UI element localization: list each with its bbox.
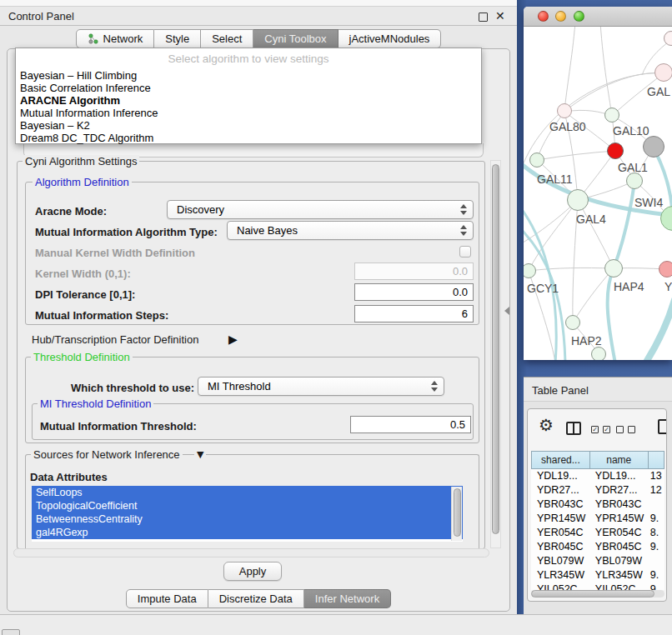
column-header-name[interactable]: name bbox=[589, 451, 648, 469]
table-row[interactable]: YER054CYER054C8. bbox=[531, 526, 664, 540]
dpi-tolerance-label: DPI Tolerance [0,1]: bbox=[35, 288, 135, 301]
scrollbar-thumb[interactable] bbox=[454, 488, 461, 537]
network-node-gal4[interactable] bbox=[567, 189, 589, 211]
table-row[interactable]: YPR145WYPR145W9. bbox=[531, 512, 664, 526]
network-node-gal1[interactable] bbox=[626, 172, 643, 189]
tab-network[interactable]: Network bbox=[76, 29, 155, 48]
network-edges bbox=[524, 27, 672, 360]
group-title: Algorithm Definition bbox=[33, 176, 132, 188]
table-row[interactable]: YDR27...YDR27...12 bbox=[531, 483, 664, 498]
manual-kernel-checkbox[interactable] bbox=[459, 246, 471, 258]
cell: YBR045C bbox=[531, 540, 589, 554]
checked-checkbox-icon[interactable]: ✓ bbox=[603, 426, 610, 433]
mi-threshold-field[interactable]: 0.5 bbox=[350, 416, 471, 433]
cell: YBR043C bbox=[531, 498, 589, 512]
settings-vertical-scrollbar[interactable] bbox=[490, 160, 501, 548]
apply-button[interactable]: Apply bbox=[223, 562, 282, 581]
unchecked-checkbox-icon[interactable] bbox=[628, 426, 635, 433]
tab-infer-network[interactable]: Infer Network bbox=[304, 589, 391, 608]
float-window-icon[interactable] bbox=[479, 12, 488, 22]
tab-label: Cyni Toolbox bbox=[264, 32, 326, 45]
network-node-hap2[interactable] bbox=[565, 315, 580, 330]
table-rows: YDL19...YDL19...13 YDR27...YDR27...12 YB… bbox=[531, 469, 664, 590]
dpi-tolerance-field[interactable]: 0.0 bbox=[354, 283, 474, 301]
selected-value: Discovery bbox=[177, 203, 224, 216]
window-chrome-strip bbox=[0, 0, 517, 7]
column-header-shared-name[interactable]: shared... bbox=[531, 451, 589, 469]
gear-icon[interactable]: ⚙ bbox=[539, 415, 554, 435]
network-node-gal10[interactable] bbox=[604, 108, 619, 122]
cell: 12 bbox=[648, 483, 664, 498]
network-node-bottom[interactable] bbox=[591, 347, 606, 360]
list-vertical-scrollbar[interactable] bbox=[451, 487, 462, 541]
list-item-selected[interactable]: TopologicalCoefficient bbox=[32, 499, 463, 512]
table-row[interactable]: YIL052CYIL052C9. bbox=[531, 582, 664, 590]
table-row[interactable]: YBL079WYBL079W bbox=[531, 554, 664, 568]
list-item-selected[interactable]: BetweennessCentrality bbox=[32, 512, 463, 526]
table-row[interactable]: YBR043CYBR043C bbox=[531, 498, 664, 512]
network-node-red[interactable] bbox=[607, 142, 624, 159]
tab-style[interactable]: Style bbox=[154, 29, 201, 48]
node-label: GAL4 bbox=[576, 212, 606, 226]
corner-panel-button[interactable] bbox=[2, 629, 20, 635]
tab-label: Infer Network bbox=[315, 592, 379, 605]
network-node-pink[interactable] bbox=[659, 261, 672, 278]
scrollbar-thumb[interactable] bbox=[531, 590, 654, 598]
unchecked-checkbox-icon[interactable] bbox=[616, 426, 624, 433]
column-header-cut[interactable] bbox=[648, 451, 664, 469]
close-traffic-light[interactable] bbox=[538, 11, 549, 22]
dropdown-item[interactable]: Basic Correlation Inference bbox=[16, 82, 481, 94]
collapse-down-icon[interactable]: ▼ bbox=[194, 449, 206, 460]
document-icon[interactable] bbox=[658, 419, 667, 434]
data-attributes-list: SelfLoops TopologicalCoefficient Between… bbox=[32, 486, 463, 542]
checked-checkbox-icon[interactable]: ✓ bbox=[591, 426, 599, 433]
tab-jactivemnodules[interactable]: jActiveMNodules bbox=[339, 29, 442, 48]
tab-discretize-data[interactable]: Discretize Data bbox=[208, 589, 304, 608]
table-row[interactable]: YDL19...YDL19...13 bbox=[531, 469, 664, 483]
algorithm-dropdown-popup: Select algorithm to view settings Bayesi… bbox=[15, 48, 482, 144]
tab-impute-data[interactable]: Impute Data bbox=[126, 589, 208, 608]
network-node-gray[interactable] bbox=[643, 136, 664, 158]
dropdown-item[interactable]: Mutual Information Inference bbox=[16, 107, 481, 119]
mi-steps-field[interactable]: 6 bbox=[354, 305, 474, 322]
network-node-gal[interactable] bbox=[654, 63, 672, 82]
scrollbar-thumb[interactable] bbox=[492, 164, 499, 534]
table-row[interactable]: YBR045CYBR045C9. bbox=[531, 540, 664, 554]
app-root: GAL GAL80 GAL10 GAL1 GAL11 SWI4 GAL4 GCY… bbox=[0, 0, 672, 635]
cell: 13 bbox=[648, 469, 664, 483]
group-title: Cyni Algorithm Settings bbox=[23, 155, 139, 168]
tab-cyni-toolbox[interactable]: Cyni Toolbox bbox=[253, 29, 338, 48]
cell: YIL052C bbox=[589, 582, 648, 590]
node-label: GAL1 bbox=[618, 161, 648, 174]
dropdown-item-selected[interactable]: ARACNE Algorithm bbox=[16, 94, 481, 107]
columns-icon[interactable] bbox=[566, 422, 581, 435]
cell: 9. bbox=[648, 582, 664, 590]
settings-horizontal-scrollbar[interactable] bbox=[13, 548, 489, 558]
hub-definition-label: Hub/Transcription Factor Definition bbox=[32, 333, 198, 346]
which-threshold-select[interactable]: MI Threshold bbox=[198, 377, 444, 396]
table-horizontal-scrollbar[interactable] bbox=[531, 590, 664, 598]
network-node-gal80[interactable] bbox=[557, 103, 572, 118]
network-node-hap4[interactable] bbox=[604, 259, 623, 278]
minimize-traffic-light[interactable] bbox=[555, 11, 566, 22]
cell: YLR345W bbox=[589, 568, 648, 582]
cell: YIL052C bbox=[531, 582, 589, 590]
dropdown-item[interactable]: Dream8 DC_TDC Algorithm bbox=[16, 132, 481, 144]
data-attributes-label: Data Attributes bbox=[30, 471, 108, 483]
dropdown-item[interactable]: Bayesian – Hill Climbing bbox=[16, 69, 481, 82]
splitter-collapse-arrow[interactable] bbox=[504, 307, 509, 315]
table-row[interactable]: YLR345WYLR345W9. bbox=[531, 568, 664, 582]
kernel-width-field[interactable]: 0.0 bbox=[354, 262, 474, 280]
network-node-gal11[interactable] bbox=[529, 152, 544, 168]
expand-right-icon[interactable]: ▶ bbox=[228, 332, 238, 346]
list-item-selected[interactable]: SelfLoops bbox=[32, 486, 463, 499]
dropdown-item[interactable]: Bayesian – K2 bbox=[16, 119, 481, 132]
network-window-titlebar bbox=[524, 7, 672, 27]
tab-select[interactable]: Select bbox=[201, 29, 253, 48]
node-label: GAL80 bbox=[549, 120, 586, 133]
close-icon[interactable]: ✕ bbox=[495, 9, 505, 22]
zoom-traffic-light[interactable] bbox=[574, 11, 584, 22]
aracne-mode-select[interactable]: Discovery bbox=[167, 200, 474, 219]
list-item-selected[interactable]: gal4RGexp bbox=[32, 526, 463, 539]
mi-type-select[interactable]: Naive Bayes bbox=[227, 221, 474, 240]
